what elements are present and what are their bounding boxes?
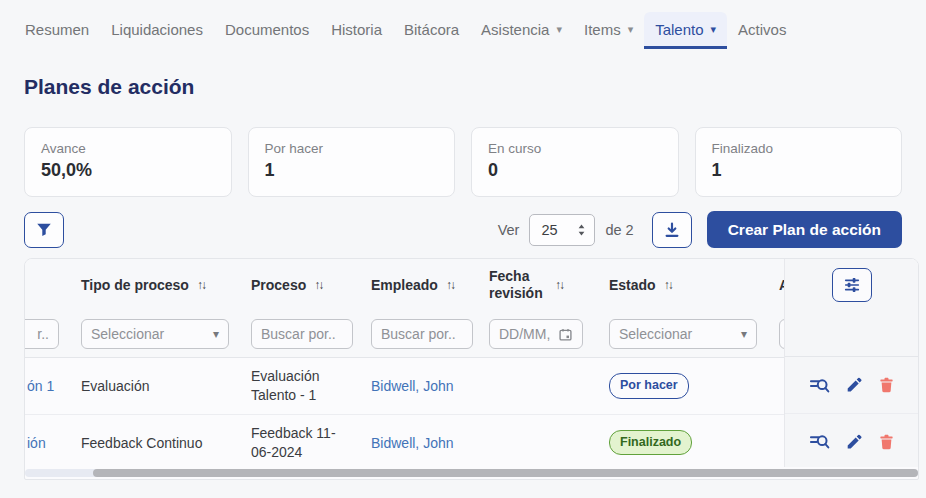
stat-label: En curso [488,141,662,156]
stat-card-por-hacer: Por hacer 1 [248,127,456,197]
header-label: Estado [609,277,656,293]
header-empleado: Empleado ↑↓ [361,277,479,293]
input-placeholder: Buscar por.. [381,326,456,342]
cell-empleado-link[interactable]: Bidwell, John [361,378,479,394]
cell-tipo-proceso: Evaluación [71,378,241,394]
calendar-icon[interactable] [558,327,573,342]
plans-table: Tipo de proceso ↑↓ Proceso ↑↓ Empleado ↑… [24,258,919,480]
search-list-icon[interactable] [809,432,830,451]
header-tipo-proceso: Tipo de proceso ↑↓ [71,277,241,293]
tab-activos[interactable]: Activos [727,12,797,49]
stat-label: Avance [41,141,215,156]
tab-talento[interactable]: Talento▾ [644,12,727,49]
chevron-down-icon: ▾ [628,24,634,35]
tab-label: Activos [738,21,786,38]
status-badge: Por hacer [609,373,689,398]
row-actions [785,413,918,469]
filter-button[interactable] [24,212,64,248]
input-placeholder: DD/MM, [499,326,550,342]
cell-tipo-proceso: Feedback Continuo [71,435,241,451]
empleado-filter-input[interactable]: Buscar por.. [371,319,473,349]
sort-arrows-icon[interactable]: ↑↓ [664,278,672,292]
cell-proceso: Evaluación Talento - 1 [241,367,361,405]
tab-label: Talento [655,21,703,38]
plan-link-clipped[interactable]: ión [25,435,71,451]
sort-arrows-icon[interactable]: ↑↓ [197,278,205,292]
stat-value: 0 [488,160,662,181]
chevron-down-icon: ▾ [213,327,219,341]
sort-arrows-icon[interactable]: ↑↓ [314,278,322,292]
page-title: Planes de acción [24,75,926,99]
chevron-down-icon: ▾ [741,327,747,341]
stat-card-finalizado: Finalizado 1 [695,127,903,197]
header-proceso: Proceso ↑↓ [241,277,361,293]
tab-label: Bitácora [404,21,459,38]
page-size-label: Ver [498,222,520,238]
plan-link-clipped[interactable]: ón 1 [25,378,71,394]
status-badge: Finalizado [609,430,692,455]
tab-label: Liquidaciones [111,21,203,38]
column-settings-button[interactable] [832,268,872,302]
filter-clipped-column: r.. [25,319,71,349]
tab-label: Asistencia [481,21,549,38]
tab-items[interactable]: Items▾ [573,12,644,49]
stat-card-avance: Avance 50,0% [24,127,232,197]
tab-liquidaciones[interactable]: Liquidaciones [100,12,214,49]
row-actions [785,357,918,413]
cell-empleado-link[interactable]: Bidwell, John [361,435,479,451]
tab-historia[interactable]: Historia [320,12,393,49]
stat-card-en-curso: En curso 0 [471,127,679,197]
tab-label: Historia [331,21,382,38]
proceso-filter-input[interactable]: Buscar por.. [251,319,353,349]
stepper-icon [577,223,586,237]
scrollbar-thumb[interactable] [93,469,918,477]
total-count-label: de 2 [605,222,633,238]
tab-label: Documentos [225,21,309,38]
tab-resumen[interactable]: Resumen [14,12,100,49]
stat-label: Por hacer [265,141,439,156]
tab-label: Items [584,21,621,38]
page-size-select[interactable]: 25 [529,214,595,246]
sort-arrows-icon[interactable]: ↑↓ [446,278,454,292]
download-icon [663,221,681,239]
header-label: Tipo de proceso [81,277,189,293]
header-label: Empleado [371,277,438,293]
header-label: Fecha revisión [489,268,547,302]
input-placeholder: Buscar por.. [261,326,336,342]
pencil-icon[interactable] [845,376,863,394]
page-size-value: 25 [541,222,557,238]
stat-value: 1 [712,160,886,181]
tab-bitacora[interactable]: Bitácora [393,12,470,49]
header-label: Proceso [251,277,306,293]
placeholder-fragment: r.. [37,326,49,342]
trash-icon[interactable] [878,433,895,451]
select-placeholder: Seleccionar [91,326,164,342]
chevron-down-icon: ▾ [711,24,717,35]
tab-documentos[interactable]: Documentos [214,12,320,49]
estado-filter-select[interactable]: Seleccionar ▾ [609,319,757,349]
tab-label: Resumen [25,21,89,38]
create-plan-button[interactable]: Crear Plan de acción [707,211,902,248]
chevron-down-icon: ▾ [556,24,562,35]
horizontal-scrollbar [25,467,918,479]
tabs-nav: Resumen Liquidaciones Documentos Histori… [0,0,926,49]
fecha-filter-input[interactable]: DD/MM, [489,319,583,349]
sliders-icon [843,276,861,294]
trash-icon[interactable] [878,376,895,394]
table-toolbar: Ver 25 de 2 Crear Plan de acción [24,211,902,248]
download-button[interactable] [652,212,692,248]
clipped-filter-input[interactable]: r.. [24,319,59,349]
tipo-proceso-filter-select[interactable]: Seleccionar ▾ [81,319,229,349]
tab-asistencia[interactable]: Asistencia▾ [470,12,573,49]
header-estado: Estado ↑↓ [599,277,769,293]
search-list-icon[interactable] [809,376,830,395]
pencil-icon[interactable] [845,433,863,451]
stat-label: Finalizado [712,141,886,156]
sort-arrows-icon[interactable]: ↑↓ [555,278,563,292]
select-placeholder: Seleccionar [619,326,692,342]
stat-value: 1 [265,160,439,181]
cell-proceso: Feedback 11-06-2024 [241,424,361,462]
header-fecha-revision: Fecha revisión ↑↓ [479,268,599,302]
actions-column [784,259,918,467]
stat-value: 50,0% [41,160,215,181]
